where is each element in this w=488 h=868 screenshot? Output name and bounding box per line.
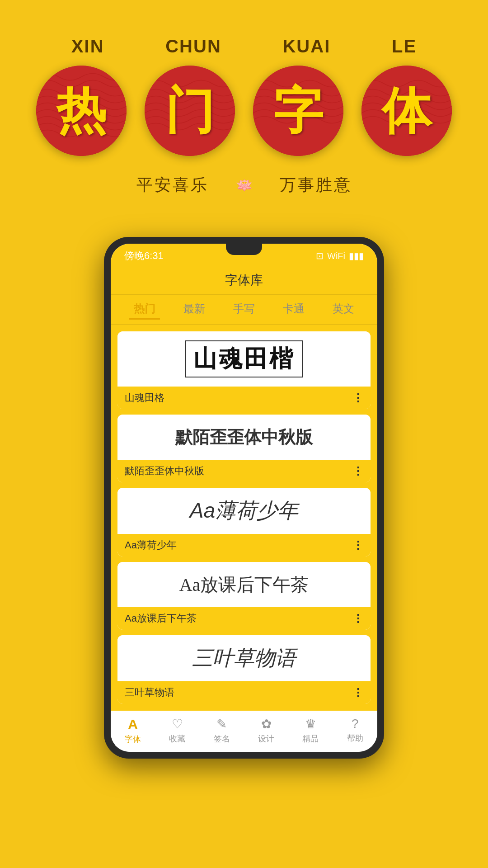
nav-help[interactable]: ? 帮助 bbox=[347, 717, 363, 745]
circles-row: 热 门 bbox=[27, 66, 461, 156]
tabs-bar[interactable]: 热门 最新 手写 卡通 英文 bbox=[111, 295, 377, 325]
label-kuai: KUAI bbox=[282, 36, 330, 57]
font-preview-0: 山魂田楷 bbox=[117, 331, 371, 387]
char-1: 门 bbox=[165, 86, 215, 136]
label-le: LE bbox=[392, 36, 417, 57]
fonts-icon: A bbox=[128, 717, 138, 732]
nav-fonts[interactable]: A 字体 bbox=[125, 717, 141, 745]
label-xin: XIN bbox=[71, 36, 104, 57]
nav-signature[interactable]: ✎ 签名 bbox=[214, 717, 230, 745]
app-title: 字体库 bbox=[225, 273, 263, 287]
font-label-row-0: 山魂田格 ⋮ bbox=[117, 387, 371, 409]
font-card-2[interactable]: Aa薄荷少年 Aa薄荷少年 ⋮ bbox=[117, 488, 371, 557]
font-label-row-4: 三叶草物语 ⋮ bbox=[117, 681, 371, 704]
crown-icon: ♛ bbox=[305, 717, 316, 731]
bottom-nav: A 字体 ♡ 收藏 ✎ 签名 ✿ 设计 ♛ 精品 bbox=[111, 711, 377, 752]
heart-icon: ♡ bbox=[172, 717, 183, 731]
nav-signature-label: 签名 bbox=[214, 733, 230, 744]
phone-container: 傍晚6:31 ⊡ WiFi ▮▮▮ 字体库 热门 最新 手写 卡通 英文 bbox=[0, 237, 488, 786]
char-circle-0: 热 bbox=[36, 66, 127, 156]
font-label-row-2: Aa薄荷少年 ⋮ bbox=[117, 534, 371, 557]
subtitle-right: 万事胜意 bbox=[280, 174, 352, 196]
font-name-2: Aa薄荷少年 bbox=[125, 538, 177, 552]
char-circle-3: 体 bbox=[361, 66, 452, 156]
char-circle-2: 字 bbox=[253, 66, 343, 156]
lotus-icon: 🪷 bbox=[236, 177, 253, 193]
font-preview-text-2: Aa薄荷少年 bbox=[190, 497, 298, 525]
font-list: 山魂田楷 山魂田格 ⋮ 默陌歪歪体中秋版 默陌歪歪体中秋版 ⋮ bbox=[111, 325, 377, 711]
char-2: 字 bbox=[273, 86, 323, 136]
font-card-4[interactable]: 三叶草物语 三叶草物语 ⋮ bbox=[117, 635, 371, 704]
nav-favorites-label: 收藏 bbox=[169, 733, 185, 744]
font-preview-4: 三叶草物语 bbox=[117, 635, 371, 681]
font-preview-2: Aa薄荷少年 bbox=[117, 488, 371, 534]
nav-design[interactable]: ✿ 设计 bbox=[258, 717, 274, 745]
font-preview-text-0: 山魂田楷 bbox=[185, 340, 303, 377]
nav-fonts-label: 字体 bbox=[125, 734, 141, 745]
pen-icon: ✎ bbox=[216, 717, 227, 731]
signal-icon: ▮▮▮ bbox=[349, 250, 364, 261]
char-circle-1: 门 bbox=[145, 66, 235, 156]
font-card-3[interactable]: Aa放课后下午茶 Aa放课后下午茶 ⋮ bbox=[117, 562, 371, 630]
font-card-0[interactable]: 山魂田楷 山魂田格 ⋮ bbox=[117, 331, 371, 409]
font-name-4: 三叶草物语 bbox=[125, 686, 174, 699]
font-preview-text-4: 三叶草物语 bbox=[192, 644, 296, 672]
phone-mockup: 傍晚6:31 ⊡ WiFi ▮▮▮ 字体库 热门 最新 手写 卡通 英文 bbox=[104, 237, 384, 759]
status-time: 傍晚6:31 bbox=[124, 249, 164, 263]
more-icon-4[interactable]: ⋮ bbox=[352, 686, 363, 699]
font-label-row-1: 默陌歪歪体中秋版 ⋮ bbox=[117, 460, 371, 482]
font-preview-text-3: Aa放课后下午茶 bbox=[179, 572, 309, 597]
wifi-icon: WiFi bbox=[327, 251, 345, 261]
font-preview-text-1: 默陌歪歪体中秋版 bbox=[175, 426, 313, 449]
tab-handwrite[interactable]: 手写 bbox=[229, 299, 259, 320]
font-card-1[interactable]: 默陌歪歪体中秋版 默陌歪歪体中秋版 ⋮ bbox=[117, 415, 371, 482]
font-name-0: 山魂田格 bbox=[125, 391, 164, 405]
font-name-1: 默陌歪歪体中秋版 bbox=[125, 464, 204, 478]
design-icon: ✿ bbox=[261, 717, 272, 731]
tab-hot[interactable]: 热门 bbox=[129, 299, 160, 320]
notch bbox=[226, 244, 262, 255]
more-icon-1[interactable]: ⋮ bbox=[352, 465, 363, 477]
labels-row: XIN CHUN KUAI LE bbox=[41, 36, 447, 57]
font-label-row-3: Aa放课后下午茶 ⋮ bbox=[117, 607, 371, 630]
font-preview-1: 默陌歪歪体中秋版 bbox=[117, 415, 371, 460]
font-preview-3: Aa放课后下午茶 bbox=[117, 562, 371, 607]
more-icon-0[interactable]: ⋮ bbox=[352, 392, 363, 404]
app-header: 字体库 bbox=[111, 266, 377, 295]
help-icon: ? bbox=[352, 717, 359, 731]
tab-cartoon[interactable]: 卡通 bbox=[278, 299, 309, 320]
tab-latest[interactable]: 最新 bbox=[179, 299, 210, 320]
subtitle-row: 平安喜乐 🪷 万事胜意 bbox=[136, 174, 352, 196]
more-icon-3[interactable]: ⋮ bbox=[352, 612, 363, 625]
nav-help-label: 帮助 bbox=[347, 733, 363, 744]
top-section: XIN CHUN KUAI LE 热 bbox=[0, 0, 488, 237]
tab-english[interactable]: 英文 bbox=[328, 299, 359, 320]
label-chun: CHUN bbox=[165, 36, 221, 57]
nav-premium-label: 精品 bbox=[302, 733, 319, 744]
font-name-3: Aa放课后下午茶 bbox=[125, 612, 197, 625]
battery-icon: ⊡ bbox=[316, 250, 324, 261]
more-icon-2[interactable]: ⋮ bbox=[352, 539, 363, 552]
status-icons: ⊡ WiFi ▮▮▮ bbox=[316, 250, 364, 261]
phone-screen: 傍晚6:31 ⊡ WiFi ▮▮▮ 字体库 热门 最新 手写 卡通 英文 bbox=[111, 244, 377, 752]
status-bar: 傍晚6:31 ⊡ WiFi ▮▮▮ bbox=[111, 244, 377, 266]
char-0: 热 bbox=[56, 86, 106, 136]
char-3: 体 bbox=[382, 86, 432, 136]
subtitle-left: 平安喜乐 bbox=[136, 174, 209, 196]
nav-favorites[interactable]: ♡ 收藏 bbox=[169, 717, 185, 745]
nav-premium[interactable]: ♛ 精品 bbox=[302, 717, 319, 745]
nav-design-label: 设计 bbox=[258, 733, 274, 744]
